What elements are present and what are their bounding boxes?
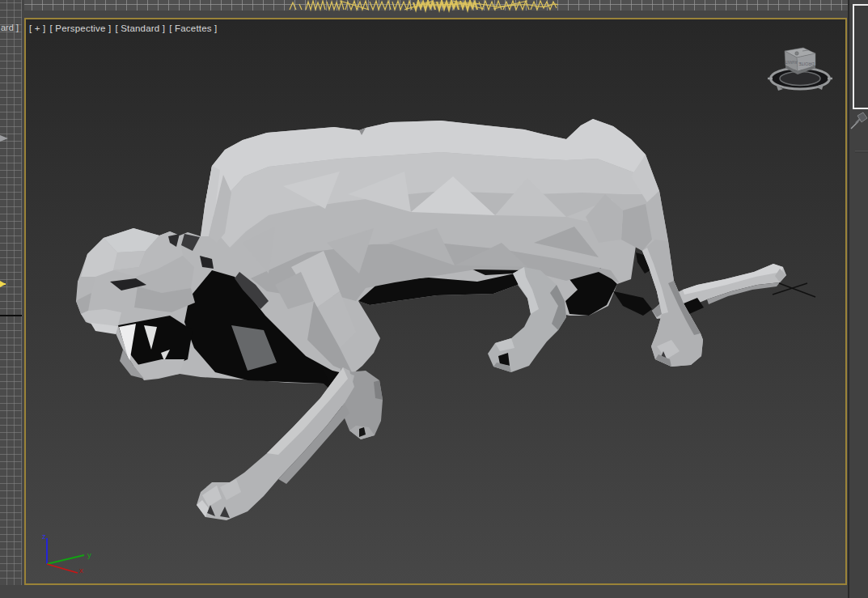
perspective-viewport[interactable] [24, 18, 847, 585]
left-viewport-sliver[interactable] [0, 0, 22, 585]
viewport-shading-menu[interactable]: [ Standard ] [115, 23, 165, 33]
viewport-style-menu[interactable]: [ Facettes ] [169, 23, 217, 33]
viewport-label: [ + ][ Perspective ][ Standard ][ Facett… [29, 23, 222, 33]
top-viewport-sliver[interactable] [22, 0, 848, 11]
viewport-pov-menu[interactable]: [ Perspective ] [50, 23, 112, 33]
left-viewport-label[interactable]: ard ] [1, 23, 19, 32]
right-panel-frame[interactable] [853, 4, 868, 109]
viewport-general-menu[interactable]: [ + ] [29, 23, 46, 33]
